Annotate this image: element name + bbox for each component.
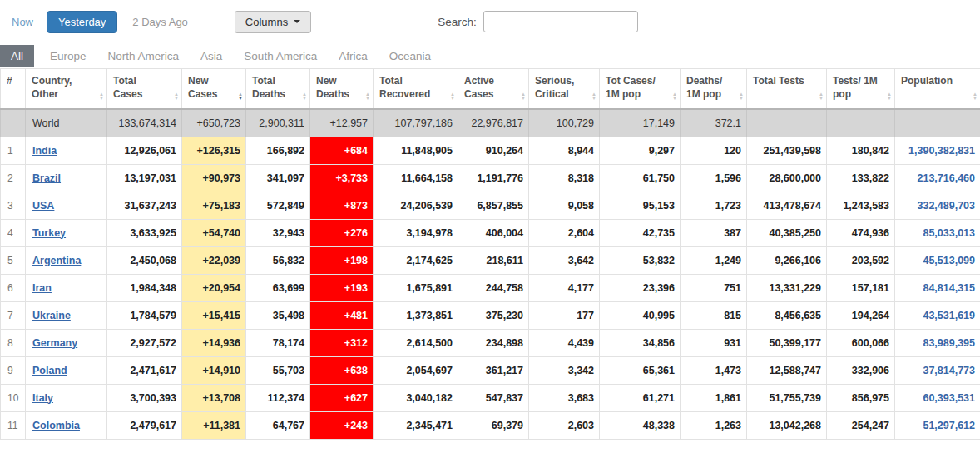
search-input[interactable]	[483, 11, 638, 32]
cell-new-cases: +14,936	[182, 329, 246, 356]
table-row: 3USA31,637,243+75,183572,849+87324,206,5…	[1, 192, 980, 219]
search-label: Search:	[438, 16, 477, 28]
cell-tests-per-1m: 203,592	[827, 246, 895, 274]
top-controls-bar: Now Yesterday 2 Days Ago Columns Search:	[0, 0, 980, 43]
col-header-serious-critical[interactable]: Serious, Critical▲▼	[529, 69, 600, 109]
col-header-total-cases[interactable]: Total Cases▲▼	[107, 69, 182, 109]
cell-country: Turkey	[26, 219, 107, 246]
col-header-cases-per-1m[interactable]: Tot Cases/ 1M pop▲▼	[600, 69, 681, 109]
cell-population: 45,513,099	[895, 246, 980, 274]
cell-tests-per-1m: 133,822	[827, 164, 895, 192]
sort-icon: ▲▼	[99, 92, 104, 101]
col-header-label: Serious, Critical	[535, 75, 574, 100]
continent-tab-africa[interactable]: Africa	[328, 45, 379, 67]
continent-tab-north-america[interactable]: North America	[97, 45, 191, 67]
country-link[interactable]: Iran	[32, 282, 52, 294]
cell-tests-per-1m: 180,842	[827, 137, 895, 164]
country-link[interactable]: Italy	[32, 392, 53, 404]
cell-active-cases: 69,379	[458, 411, 529, 439]
cell-cases-per-1m: 65,361	[600, 356, 681, 384]
table-row: 10Italy3,700,393+13,708112,374+6273,040,…	[1, 384, 980, 411]
sort-icon: ▲▼	[672, 92, 677, 101]
col-header-country[interactable]: Country, Other▲▼	[26, 69, 107, 109]
col-header-label: #	[7, 75, 12, 87]
two-days-ago-tab[interactable]: 2 Days Ago	[132, 16, 188, 28]
cell-rank: 9	[1, 356, 26, 384]
cell-serious-critical: 2,604	[529, 219, 600, 246]
col-header-active-cases[interactable]: Active Cases▲▼	[458, 69, 529, 109]
sort-icon: ▲▼	[450, 92, 455, 101]
col-header-new-deaths[interactable]: New Deaths▲▼	[310, 69, 374, 109]
cell-total-cases: 3,633,925	[107, 219, 182, 246]
cell-total-tests: 413,478,674	[747, 192, 827, 219]
col-header-rank: #	[1, 69, 26, 109]
sort-icon: ▲▼	[365, 92, 370, 101]
cell-total-tests: 13,042,268	[747, 411, 827, 439]
cell-new-deaths: +312	[310, 329, 374, 356]
cell-serious-critical: 4,177	[529, 274, 600, 301]
country-link[interactable]: USA	[32, 200, 54, 212]
continent-tab-oceania[interactable]: Oceania	[379, 45, 442, 67]
continent-tab-all[interactable]: All	[0, 45, 34, 67]
cell-total-cases: 1,984,348	[107, 274, 182, 301]
cell-new-cases: +650,723	[182, 109, 246, 137]
cell-total-tests: 40,385,250	[747, 219, 827, 246]
cell-total-deaths: 55,703	[246, 356, 310, 384]
continent-tab-asia[interactable]: Asia	[190, 45, 233, 67]
cell-new-cases: +22,039	[182, 246, 246, 274]
cell-rank: 7	[1, 301, 26, 329]
country-link[interactable]: India	[32, 145, 57, 157]
cell-total-deaths: 78,174	[246, 329, 310, 356]
country-link[interactable]: Poland	[32, 365, 67, 376]
cell-country: World	[26, 109, 107, 137]
cell-new-cases: +14,910	[182, 356, 246, 384]
now-tab[interactable]: Now	[12, 16, 33, 28]
cell-rank: 8	[1, 329, 26, 356]
col-header-deaths-per-1m[interactable]: Deaths/ 1M pop▲▼	[681, 69, 747, 109]
country-link[interactable]: Colombia	[32, 420, 80, 431]
cell-new-cases: +54,740	[182, 219, 246, 246]
cell-serious-critical: 3,683	[529, 384, 600, 411]
cell-deaths-per-1m: 1,249	[681, 246, 747, 274]
cell-total-recovered: 24,206,539	[374, 192, 458, 219]
col-header-population[interactable]: Population▲▼	[895, 69, 980, 109]
cell-total-deaths: 341,097	[246, 164, 310, 192]
continent-tab-europe[interactable]: Europe	[39, 45, 97, 67]
cell-total-deaths: 112,374	[246, 384, 310, 411]
cell-population: 43,531,619	[895, 301, 980, 329]
col-header-label: New Cases	[188, 75, 217, 100]
col-header-total-tests[interactable]: Total Tests▲▼	[747, 69, 827, 109]
cell-cases-per-1m: 48,338	[600, 411, 681, 439]
country-link[interactable]: Germany	[32, 337, 77, 349]
cell-country: Germany	[26, 329, 107, 356]
columns-dropdown-button[interactable]: Columns	[235, 11, 311, 33]
yesterday-tab[interactable]: Yesterday	[47, 11, 117, 33]
sort-icon: ▲▼	[238, 92, 243, 101]
continent-tab-south-america[interactable]: South America	[233, 45, 328, 67]
country-link[interactable]: Brazil	[32, 172, 61, 184]
cell-population: 84,814,315	[895, 274, 980, 301]
col-header-label: Population	[901, 75, 953, 87]
cell-total-tests: 28,600,000	[747, 164, 827, 192]
cell-tests-per-1m: 600,066	[827, 329, 895, 356]
table-row: 1India12,926,061+126,315166,892+68411,84…	[1, 137, 980, 164]
cell-total-tests: 9,266,106	[747, 246, 827, 274]
cell-total-recovered: 2,345,471	[374, 411, 458, 439]
cell-total-deaths: 2,900,311	[246, 109, 310, 137]
country-link[interactable]: Argentina	[32, 255, 81, 266]
cell-cases-per-1m: 61,750	[600, 164, 681, 192]
col-header-total-deaths[interactable]: Total Deaths▲▼	[246, 69, 310, 109]
country-link[interactable]: Ukraine	[32, 310, 71, 321]
col-header-total-recovered[interactable]: Total Recovered▲▼	[374, 69, 458, 109]
cell-population: 1,390,382,831	[895, 137, 980, 164]
col-header-new-cases[interactable]: New Cases▲▼	[182, 69, 246, 109]
cell-total-cases: 133,674,314	[107, 109, 182, 137]
cell-deaths-per-1m: 387	[681, 219, 747, 246]
cell-active-cases: 22,976,817	[458, 109, 529, 137]
country-link[interactable]: Turkey	[32, 227, 66, 239]
cell-cases-per-1m: 34,856	[600, 329, 681, 356]
cell-total-tests: 51,755,739	[747, 384, 827, 411]
cell-country: Poland	[26, 356, 107, 384]
col-header-tests-per-1m[interactable]: Tests/ 1M pop▲▼	[827, 69, 895, 109]
cell-new-deaths: +481	[310, 301, 374, 329]
